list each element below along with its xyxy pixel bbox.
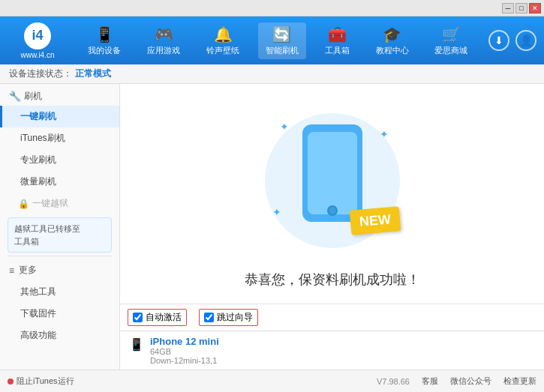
nav-my-device-label: 我的设备 [88,45,121,56]
stop-itunes-button[interactable]: 阻止iTunes运行 [8,376,74,387]
main-content: 🔧 刷机 一键刷机 iTunes刷机 专业刷机 微量刷机 🔒 一键越狱 越狱工具… [0,84,544,370]
device-info: 📱 iPhone 12 mini 64GB Down-12mini-13,1 [120,331,544,370]
one-click-flash-label: 一键刷机 [20,111,56,121]
smart-flash-icon: 🔄 [272,25,291,43]
download-firmware-label: 下载固件 [20,308,56,319]
content-area: ✦ ✦ ✦ NEW 恭喜您，保资料刷机成功啦！ 确定 查看日志 自动激活 [120,84,544,370]
nav-items: 📱 我的设备 🎮 应用游戏 🔔 铃声壁纸 🔄 智能刷机 🧰 工具箱 🎓 教程中心… [75,22,481,59]
device-details: iPhone 12 mini 64GB Down-12mini-13,1 [150,336,535,365]
advanced-label: 高级功能 [20,330,56,340]
success-text: 恭喜您，保资料刷机成功啦！ [245,271,420,289]
more-section-icon: ≡ [9,265,14,276]
info-line2: 工具箱 [14,237,39,246]
phone-shape [302,124,362,222]
sidebar-jailbreak-disabled: 🔒 一键越狱 [0,193,119,214]
sidebar-advanced[interactable]: 高级功能 [0,325,119,346]
sidebar-divider [8,256,112,256]
my-device-icon: 📱 [95,25,114,43]
nav-ringtones[interactable]: 🔔 铃声壁纸 [199,22,247,59]
close-btn[interactable]: ✕ [529,3,541,13]
sidebar-pro-flash[interactable]: 专业刷机 [0,149,119,171]
logo: i4 www.i4.cn [8,22,68,59]
wechat-link[interactable]: 微信公众号 [450,376,491,387]
status-bar: 设备连接状态： 正常模式 [0,64,544,84]
nav-apps-games-label: 应用游戏 [147,45,180,56]
nav-mall-label: 爱思商城 [434,45,467,56]
sidebar: 🔧 刷机 一键刷机 iTunes刷机 专业刷机 微量刷机 🔒 一键越狱 越狱工具… [0,84,120,370]
nav-tutorial[interactable]: 🎓 教程中心 [368,22,416,59]
auto-activate-input[interactable] [133,313,143,322]
sidebar-more-section: ≡ 更多 [0,259,119,281]
title-bar: ─ □ ✕ [0,0,544,16]
flash-section-icon: 🔧 [9,91,21,102]
user-btn[interactable]: 👤 [515,30,536,51]
skip-wizard-label: 跳过向导 [217,311,253,324]
device-area: 自动激活 跳过向导 📱 iPhone 12 mini 64GB Down-12m… [120,304,544,370]
auto-activate-label: 自动激活 [146,311,182,324]
illustration: ✦ ✦ ✦ NEW [257,106,407,256]
nav-tutorial-label: 教程中心 [376,45,409,56]
pro-flash-label: 专业刷机 [20,154,56,165]
stop-icon [8,379,14,385]
sidebar-micro-flash[interactable]: 微量刷机 [0,171,119,193]
nav-toolbox[interactable]: 🧰 工具箱 [317,22,357,59]
phone-screen [308,132,357,214]
device-model: Down-12mini-13,1 [150,356,535,365]
top-nav: i4 www.i4.cn 📱 我的设备 🎮 应用游戏 🔔 铃声壁纸 🔄 智能刷机… [0,16,544,64]
bottom-bar: 阻止iTunes运行 V7.98.66 客服 微信公众号 检查更新 [0,370,544,392]
sidebar-itunes-flash[interactable]: iTunes刷机 [0,127,119,149]
nav-right-buttons: ⬇ 👤 [488,30,536,51]
checkbox-bar: 自动激活 跳过向导 [120,304,544,331]
itunes-label: 阻止iTunes运行 [17,376,74,387]
sidebar-section-flash: 🔧 刷机 [0,84,119,106]
jailbreak-label: 一键越狱 [32,197,68,210]
status-value: 正常模式 [75,67,111,80]
device-phone-icon: 📱 [129,337,144,352]
nav-my-device[interactable]: 📱 我的设备 [80,22,128,59]
nav-smart-flash-label: 智能刷机 [266,45,299,56]
more-section-label: 更多 [19,264,37,277]
status-label: 设备连接状态： [9,67,72,80]
nav-mall[interactable]: 🛒 爱思商城 [427,22,475,59]
toolbox-icon: 🧰 [328,25,347,43]
device-storage: 64GB [150,347,535,356]
other-tools-label: 其他工具 [20,286,56,297]
maximize-btn[interactable]: □ [515,3,527,13]
device-name: iPhone 12 mini [150,336,535,347]
ringtones-icon: 🔔 [214,25,233,43]
skip-wizard-input[interactable] [204,313,214,322]
lock-icon: 🔒 [18,199,29,209]
tutorial-icon: 🎓 [383,25,401,43]
nav-apps-games[interactable]: 🎮 应用游戏 [140,22,188,59]
nav-smart-flash[interactable]: 🔄 智能刷机 [258,22,306,59]
sidebar-other-tools[interactable]: 其他工具 [0,281,119,303]
check-update-link[interactable]: 检查更新 [503,376,536,387]
new-badge: NEW [349,206,401,235]
info-line1: 越狱工具已转移至 [14,224,80,233]
sidebar-info-box: 越狱工具已转移至 工具箱 [8,217,112,253]
itunes-flash-label: iTunes刷机 [20,133,65,143]
bottom-left: 阻止iTunes运行 [8,376,377,387]
phone-home-btn [327,205,338,216]
sidebar-one-click-flash[interactable]: 一键刷机 [0,106,119,127]
download-btn[interactable]: ⬇ [488,30,509,51]
nav-ringtones-label: 铃声壁纸 [206,45,239,56]
skip-wizard-checkbox[interactable]: 跳过向导 [199,309,258,326]
sparkle-icon-2: ✦ [380,128,389,140]
bottom-right: V7.98.66 客服 微信公众号 检查更新 [377,376,536,387]
apps-games-icon: 🎮 [155,25,173,43]
logo-icon: i4 [32,28,43,43]
mall-icon: 🛒 [442,25,461,43]
sidebar-section-flash-label: 刷机 [24,90,42,103]
sidebar-download-firmware[interactable]: 下载固件 [0,303,119,325]
nav-toolbox-label: 工具箱 [325,45,350,56]
micro-flash-label: 微量刷机 [20,176,56,187]
sparkle-icon-3: ✦ [272,206,281,218]
version-text: V7.98.66 [377,377,410,386]
customer-service-link[interactable]: 客服 [422,376,438,387]
logo-url: www.i4.cn [20,51,54,59]
minimize-btn[interactable]: ─ [502,3,514,13]
logo-circle: i4 [24,22,51,49]
sparkle-icon-1: ✦ [280,121,289,133]
auto-activate-checkbox[interactable]: 自动激活 [128,309,187,326]
